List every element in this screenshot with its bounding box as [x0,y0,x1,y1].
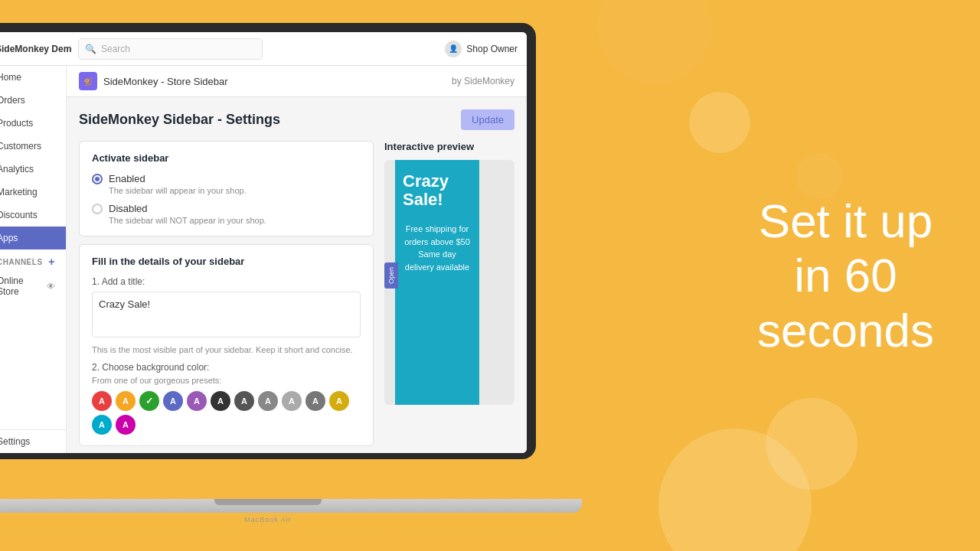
preview-banner-title: Crazy Sale! [395,160,479,217]
settings-layout: Activate sidebar Enabled The sidebar wil… [79,141,514,446]
step2-label: 2. Choose background color: [92,362,361,373]
app-header-bar: 🐒 SideMonkey - Store Sidebar by SideMonk… [67,66,527,97]
sidebar-title-input[interactable]: Crazy Sale! [92,292,361,337]
enabled-radio[interactable] [92,174,103,184]
channels-add-icon[interactable]: + [48,256,55,268]
enabled-description: The sidebar will appear in your shop. [109,186,361,195]
color-swatch-gray[interactable]: A [258,391,278,411]
disabled-label[interactable]: Disabled [92,203,361,214]
title-hint: This is the most visible part of your si… [92,345,361,354]
color-swatch-green[interactable] [139,391,159,411]
search-icon: 🔍 [85,44,96,54]
settings-title: SideMonkey Sidebar - Settings [79,112,280,128]
color-swatch-teal[interactable]: A [92,415,112,435]
app-name: SideMonkey - Store Sidebar [103,76,228,87]
presets-label: From one of our gorgeous presets: [92,376,361,385]
nav-sidebar: Home Orders Products Customers Analytics… [0,66,67,453]
settings-left: Activate sidebar Enabled The sidebar wil… [79,141,374,446]
settings-page: SideMonkey Sidebar - Settings Update Act… [67,97,527,453]
search-placeholder: Search [101,44,130,54]
color-swatch-lightgray[interactable]: A [282,391,302,411]
laptop: SideMonkey Demo St... 🔍 Search 👤 Shop Ow… [0,23,559,528]
app-topbar: SideMonkey Demo St... 🔍 Search 👤 Shop Ow… [0,32,527,66]
hero-line3: seconds [757,303,934,357]
hero-line1: Set it up [757,194,934,248]
preview-panel: Interactive preview Open Crazy Sale! [384,141,514,446]
nav-item-analytics[interactable]: Analytics [0,158,66,181]
color-swatch-violet[interactable]: A [187,391,207,411]
preview-open-tab[interactable]: Open [384,262,398,289]
nav-item-discounts[interactable]: Discounts [0,204,66,227]
update-button[interactable]: Update [461,109,514,130]
nav-item-orders[interactable]: Orders [0,89,66,112]
hero-line2: in 60 [757,248,934,302]
details-card-title: Fill in the details of your sidebar [92,256,361,267]
color-swatch-darkgray[interactable]: A [234,391,254,411]
preview-sidebar-open: Crazy Sale! Free shipping for orders abo… [395,160,479,405]
laptop-base [0,499,582,513]
channels-label: CHANNELS [0,258,43,266]
nav-item-apps[interactable]: Apps [0,227,66,249]
app-icon: 🐒 [79,72,97,90]
eye-icon: 👁 [47,282,55,291]
shop-owner: 👤 Shop Owner [445,41,518,57]
disabled-option: Disabled The sidebar will NOT appear in … [92,203,361,225]
disabled-radio[interactable] [92,204,103,214]
color-swatch-orange[interactable]: A [116,391,136,411]
store-title: SideMonkey Demo St... [0,44,72,54]
color-swatch-purple[interactable]: A [163,391,183,411]
channels-section-header: CHANNELS + [0,249,66,271]
nav-item-customers[interactable]: Customers [0,135,66,158]
nav-online-store[interactable]: Online Store 👁 [0,271,66,302]
color-grid: A A A A A A A A [92,391,361,435]
settings-header: SideMonkey Sidebar - Settings Update [79,109,514,130]
activate-card-title: Activate sidebar [92,152,361,164]
laptop-screen-outer: SideMonkey Demo St... 🔍 Search 👤 Shop Ow… [0,23,536,459]
preview-banner-body: Free shipping for orders above $50 Same … [395,217,479,279]
disabled-description: The sidebar will NOT appear in your shop… [109,216,361,225]
color-swatch-red[interactable]: A [92,391,112,411]
main-content: 🐒 SideMonkey - Store Sidebar by SideMonk… [67,66,527,453]
search-bar[interactable]: 🔍 Search [78,38,263,60]
disabled-text: Disabled [109,203,148,214]
enabled-option: Enabled The sidebar will appear in your … [92,173,361,195]
color-swatch-pink[interactable]: A [116,415,136,435]
nav-item-home[interactable]: Home [0,66,66,89]
color-swatch-medgray[interactable]: A [305,391,325,411]
nav-item-marketing[interactable]: Marketing [0,181,66,204]
color-swatch-black[interactable]: A [211,391,230,411]
app-body: Home Orders Products Customers Analytics… [0,66,527,453]
by-author: by SideMonkey [452,76,514,86]
activate-sidebar-card: Activate sidebar Enabled The sidebar wil… [79,141,374,236]
enabled-label[interactable]: Enabled [92,173,361,184]
online-store-label: Online Store [0,276,47,297]
preview-label: Interactive preview [384,141,514,152]
details-card: Fill in the details of your sidebar 1. A… [79,244,374,446]
nav-item-products[interactable]: Products [0,112,66,135]
color-swatch-yellow[interactable]: A [329,391,349,411]
laptop-screen-inner: SideMonkey Demo St... 🔍 Search 👤 Shop Ow… [0,32,527,453]
app-header-left: 🐒 SideMonkey - Store Sidebar [79,72,228,90]
enabled-text: Enabled [109,173,145,184]
nav-settings[interactable]: Settings [0,429,66,453]
radio-group: Enabled The sidebar will appear in your … [92,173,361,225]
laptop-brand: MacBook Air [244,516,292,523]
preview-container: Open Crazy Sale! Free shipping for order… [384,160,514,405]
shop-owner-label: Shop Owner [466,44,518,54]
owner-avatar: 👤 [445,41,462,57]
hero-text: Set it up in 60 seconds [757,194,934,357]
step1-label: 1. Add a title: [92,276,361,287]
